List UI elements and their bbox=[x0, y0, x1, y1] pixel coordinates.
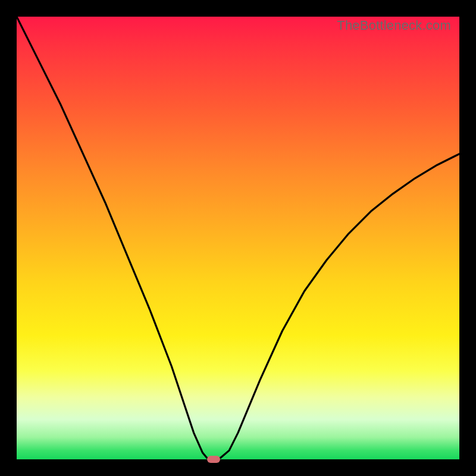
chart-plot-area: TheBottleneck.com bbox=[17, 17, 459, 459]
chart-frame: TheBottleneck.com bbox=[0, 0, 476, 476]
bottleneck-curve bbox=[17, 17, 459, 459]
minimum-marker bbox=[207, 456, 220, 463]
